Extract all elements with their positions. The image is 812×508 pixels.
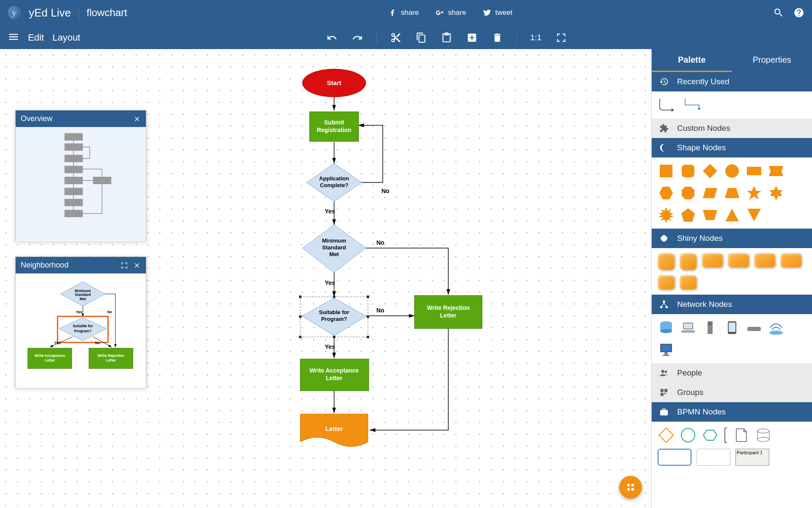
paste-button[interactable] <box>438 29 455 46</box>
shape-square[interactable] <box>658 163 675 179</box>
recent-edge-2[interactable] <box>683 97 703 113</box>
section-people[interactable]: People <box>652 363 812 383</box>
svg-rect-75 <box>682 165 694 177</box>
bpmn-task[interactable] <box>658 449 691 466</box>
tab-properties[interactable]: Properties <box>732 49 812 72</box>
shape-pentagon[interactable] <box>680 207 697 224</box>
net-router[interactable] <box>746 319 763 336</box>
delete-button[interactable] <box>489 29 506 46</box>
shiny-3[interactable] <box>702 253 723 268</box>
shape-circle[interactable] <box>724 163 741 179</box>
undo-button[interactable] <box>324 29 340 46</box>
svg-rect-118 <box>664 352 668 355</box>
bpmn-document[interactable] <box>733 427 750 444</box>
shape-star6[interactable] <box>768 185 785 202</box>
shape-trapezoid[interactable] <box>724 185 741 202</box>
expand-icon[interactable] <box>121 262 128 269</box>
bpmn-diamond[interactable] <box>658 427 675 444</box>
duplicate-icon <box>466 32 477 43</box>
shiny-2[interactable] <box>680 253 697 270</box>
bpmn-cylinder[interactable] <box>755 427 772 444</box>
document-name[interactable]: flowchart <box>87 7 127 19</box>
menu-layout[interactable]: Layout <box>52 32 80 43</box>
shiny-5[interactable] <box>754 253 775 268</box>
svg-text:Letter: Letter <box>440 312 457 319</box>
shiny-6[interactable] <box>780 253 801 268</box>
section-shiny-nodes[interactable]: Shiny Nodes <box>652 229 812 248</box>
shape-star5[interactable] <box>746 185 763 202</box>
svg-rect-37 <box>64 155 82 162</box>
shape-triangle-down[interactable] <box>746 207 763 224</box>
section-shape-nodes[interactable]: Shape Nodes <box>652 138 812 157</box>
tab-palette[interactable]: Palette <box>652 49 732 72</box>
zoom-ratio-button[interactable]: 1:1 <box>527 30 544 45</box>
shape-star8[interactable] <box>658 207 675 224</box>
copy-button[interactable] <box>413 29 430 46</box>
shape-parallelogram[interactable] <box>702 185 719 202</box>
svg-text:Suitable for: Suitable for <box>73 324 93 328</box>
share-googleplus[interactable]: share <box>435 8 466 17</box>
svg-point-120 <box>661 370 664 373</box>
bpmn-bracket[interactable] <box>724 427 728 444</box>
shape-trap2[interactable] <box>702 207 719 224</box>
svg-rect-106 <box>681 330 695 333</box>
section-groups[interactable]: Groups <box>652 383 812 402</box>
shiny-8[interactable] <box>680 275 697 290</box>
grid-icon <box>625 482 636 492</box>
fab-button[interactable] <box>619 476 642 499</box>
googleplus-icon <box>435 8 444 17</box>
shiny-1[interactable] <box>658 253 675 270</box>
shape-triangle[interactable] <box>724 207 741 224</box>
svg-rect-40 <box>93 177 111 184</box>
redo-button[interactable] <box>349 29 366 46</box>
hamburger-menu[interactable] <box>8 31 19 44</box>
overview-panel[interactable]: Overview <box>15 110 146 241</box>
svg-text:No: No <box>107 310 112 314</box>
net-tablet[interactable] <box>724 319 741 336</box>
recent-edge-1[interactable] <box>658 97 678 113</box>
net-laptop[interactable] <box>680 319 697 336</box>
shape-hexagon[interactable] <box>658 185 675 202</box>
svg-text:Minimum: Minimum <box>75 289 91 293</box>
cut-button[interactable] <box>387 29 404 46</box>
share-facebook[interactable]: share <box>388 8 419 17</box>
section-bpmn-nodes[interactable]: BPMN Nodes <box>652 402 812 422</box>
net-database[interactable] <box>658 319 675 336</box>
shape-rounded[interactable] <box>680 163 697 179</box>
svg-rect-105 <box>684 323 692 329</box>
svg-text:Write Rejection: Write Rejection <box>98 353 124 358</box>
svg-rect-20 <box>367 295 369 298</box>
bpmn-hexagon[interactable] <box>702 427 719 444</box>
title-bar: y yEd Live flowchart share share tweet <box>0 0 812 25</box>
close-icon[interactable] <box>133 115 141 123</box>
flowchart-diagram[interactable]: Start Submit Registration Application Co… <box>190 62 486 485</box>
search-icon[interactable] <box>773 7 784 18</box>
net-wifi[interactable] <box>768 319 785 336</box>
app-name: yEd Live <box>29 6 71 19</box>
net-monitor[interactable] <box>658 341 675 358</box>
help-icon[interactable] <box>793 7 804 18</box>
share-twitter[interactable]: tweet <box>482 8 513 17</box>
shape-diamond[interactable] <box>702 163 719 179</box>
shiny-icon <box>659 234 669 243</box>
shape-banner[interactable] <box>768 163 785 179</box>
section-network-nodes[interactable]: Network Nodes <box>652 295 812 314</box>
menu-edit[interactable]: Edit <box>28 32 44 43</box>
bpmn-participant[interactable]: Participant 1 <box>735 449 769 466</box>
section-recently-used[interactable]: Recently Used <box>652 72 812 91</box>
fit-button[interactable] <box>553 29 570 46</box>
shape-rect[interactable] <box>746 163 763 179</box>
right-sidebar: Palette Properties Recently Used Custom … <box>651 49 812 508</box>
net-server[interactable] <box>702 319 719 336</box>
duplicate-button[interactable] <box>464 29 480 46</box>
shape-octagon[interactable] <box>680 185 697 202</box>
canvas[interactable]: Start Submit Registration Application Co… <box>0 49 651 508</box>
neighborhood-panel[interactable]: Neighborhood Minimum Standard Met Yes No <box>15 257 146 388</box>
section-custom-nodes[interactable]: Custom Nodes <box>652 119 812 138</box>
bpmn-subprocess[interactable] <box>697 449 730 466</box>
shiny-7[interactable] <box>658 275 675 290</box>
svg-point-77 <box>725 164 739 178</box>
bpmn-circle[interactable] <box>680 427 697 444</box>
close-icon[interactable] <box>133 262 141 269</box>
shiny-4[interactable] <box>728 253 749 268</box>
